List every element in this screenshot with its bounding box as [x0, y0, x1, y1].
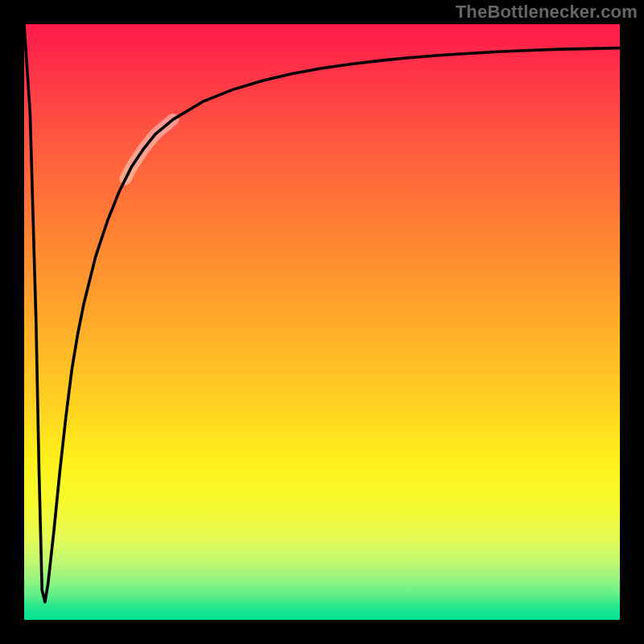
plot-area — [24, 24, 620, 620]
watermark-text: TheBottlenecker.com — [456, 2, 638, 23]
curve-highlight-segment — [126, 119, 173, 179]
curve-svg — [24, 24, 620, 620]
bottleneck-curve — [24, 24, 620, 602]
chart-frame: TheBottlenecker.com — [0, 0, 644, 644]
